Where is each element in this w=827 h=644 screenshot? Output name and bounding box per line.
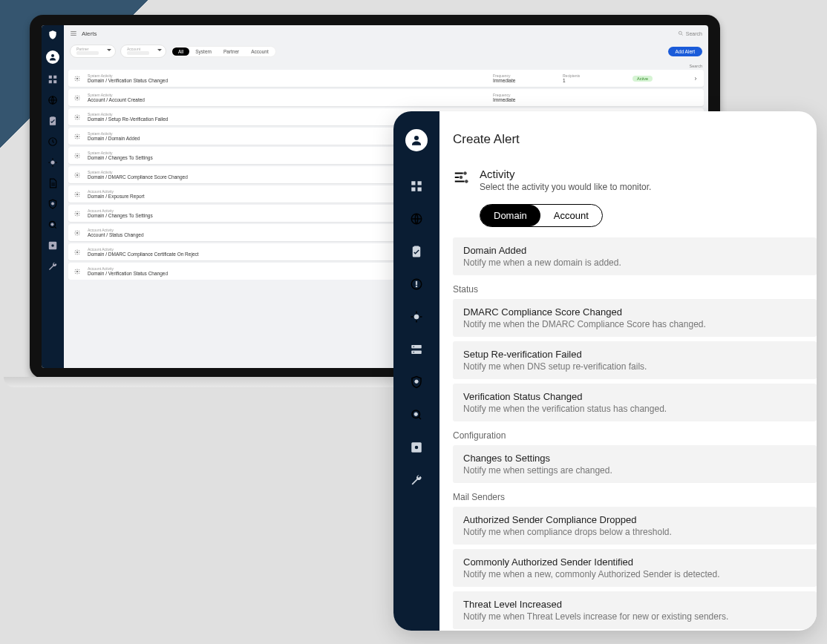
wrench-icon[interactable] (410, 473, 423, 487)
card-title: Create Alert (453, 132, 817, 147)
add-alert-button[interactable]: Add Alert (668, 47, 702, 56)
search-icon (678, 30, 684, 36)
activity-sub: Select the activity you would like to mo… (480, 182, 651, 192)
card-sidebar (393, 111, 439, 631)
shield-icon (48, 30, 58, 40)
dashboard-icon[interactable] (48, 74, 58, 85)
activity-option[interactable]: Threat Level IncreasedNotify me when Thr… (453, 591, 817, 629)
section-label: Mail Senders (453, 492, 817, 502)
option-title: Setup Re-verification Failed (463, 349, 806, 360)
avatar[interactable] (405, 129, 428, 151)
option-desc: Notify me when compliance drops below a … (463, 527, 806, 537)
gearbox-icon[interactable] (410, 441, 423, 454)
activity-option[interactable]: Authorized Sender Compliance DroppedNoti… (453, 507, 817, 545)
alert-row[interactable]: System ActivityAccount / Account Created… (68, 89, 704, 106)
gear-icon (74, 153, 80, 159)
activity-option[interactable]: DMARC Compliance Score ChangedNotify me … (453, 299, 817, 337)
activity-tabs[interactable]: Domain Account (480, 204, 603, 227)
option-desc: Notify me when a new, commonly Authorize… (463, 569, 806, 579)
chevron-right-icon (693, 76, 698, 81)
lens-icon[interactable] (48, 220, 58, 230)
gear-icon (74, 76, 80, 82)
gear-icon (74, 211, 80, 217)
gear-icon (74, 269, 80, 275)
segment-partner[interactable]: Partner (218, 47, 245, 56)
option-desc: Notify me when settings are changed. (463, 465, 806, 476)
shield-scan-icon[interactable] (410, 375, 423, 389)
option-title: DMARC Compliance Score Changed (463, 306, 806, 318)
option-desc: Notify me when the DMARC Compliance Scor… (463, 319, 806, 329)
chevron-down-icon (107, 49, 111, 53)
option-title: Commonly Authorized Sender Identified (463, 556, 806, 568)
clipboard-icon[interactable] (410, 245, 423, 258)
node-icon[interactable] (410, 310, 423, 323)
mini-sidebar (42, 25, 64, 368)
gear-icon (74, 230, 80, 236)
wrench-icon[interactable] (48, 261, 58, 272)
activity-option[interactable]: Commonly Authorized Sender IdentifiedNot… (453, 549, 817, 587)
chevron-down-icon (157, 49, 162, 53)
alert-row[interactable]: System ActivityDomain / Verification Sta… (68, 70, 704, 87)
tab-domain[interactable]: Domain (480, 205, 540, 226)
partner-dropdown[interactable]: Partner (70, 45, 116, 58)
gear-icon (74, 249, 80, 255)
activity-option[interactable]: Setup Re-verification FailedNotify me wh… (453, 341, 817, 379)
section-label: Configuration (453, 430, 817, 441)
gear-icon (74, 114, 80, 120)
doc-icon[interactable] (48, 178, 58, 188)
gear-icon (74, 172, 80, 178)
column-search: Search (690, 64, 702, 68)
breadcrumb: Alerts (82, 30, 97, 37)
gear-icon (74, 134, 80, 139)
clipboard-icon[interactable] (48, 116, 58, 126)
activity-heading: Activity (480, 168, 651, 180)
section-label: Status (453, 284, 817, 295)
option-desc: Notify me when Threat Levels increase fo… (463, 611, 806, 622)
shield-scan-icon[interactable] (48, 199, 58, 209)
activity-option[interactable]: Domain AddedNotify me when a new domain … (453, 237, 817, 275)
lens-icon[interactable] (410, 408, 423, 421)
dashboard-icon[interactable] (410, 180, 423, 193)
option-title: Threat Level Increased (463, 599, 806, 610)
activity-option[interactable]: Verification Status ChangedNotify me whe… (453, 384, 817, 421)
segment-all[interactable]: All (172, 47, 189, 56)
search-input[interactable]: Search (678, 30, 702, 36)
option-title: Authorized Sender Compliance Dropped (463, 514, 806, 525)
segment-system[interactable]: System (189, 47, 218, 56)
create-alert-card: Create Alert Activity Select the activit… (393, 111, 817, 631)
option-desc: Notify me when the verification status h… (463, 404, 806, 414)
filter-segments[interactable]: All System Partner Account (171, 46, 276, 57)
gear-icon (74, 191, 80, 197)
alert-icon[interactable] (410, 277, 423, 291)
option-title: Domain Added (463, 245, 806, 256)
gearbox-icon[interactable] (48, 240, 58, 251)
server-icon[interactable] (410, 343, 423, 356)
segment-account[interactable]: Account (245, 47, 275, 56)
option-title: Changes to Settings (463, 453, 806, 464)
menu-icon[interactable] (70, 30, 77, 37)
option-title: Verification Status Changed (463, 391, 806, 402)
activity-option[interactable]: Changes to SettingsNotify me when settin… (453, 445, 817, 483)
clock-icon[interactable] (48, 137, 58, 147)
sliders-icon (453, 169, 469, 185)
option-desc: Notify me when DNS setup re-verification… (463, 361, 806, 372)
gear-icon (74, 95, 80, 101)
node-icon[interactable] (48, 157, 58, 168)
account-dropdown[interactable]: Account (120, 45, 166, 58)
status-badge: Active (632, 76, 653, 82)
option-desc: Notify me when a new domain is added. (463, 257, 806, 268)
globe-icon[interactable] (410, 212, 423, 226)
avatar[interactable] (46, 50, 59, 64)
globe-icon[interactable] (48, 95, 58, 105)
tab-account[interactable]: Account (540, 205, 602, 226)
